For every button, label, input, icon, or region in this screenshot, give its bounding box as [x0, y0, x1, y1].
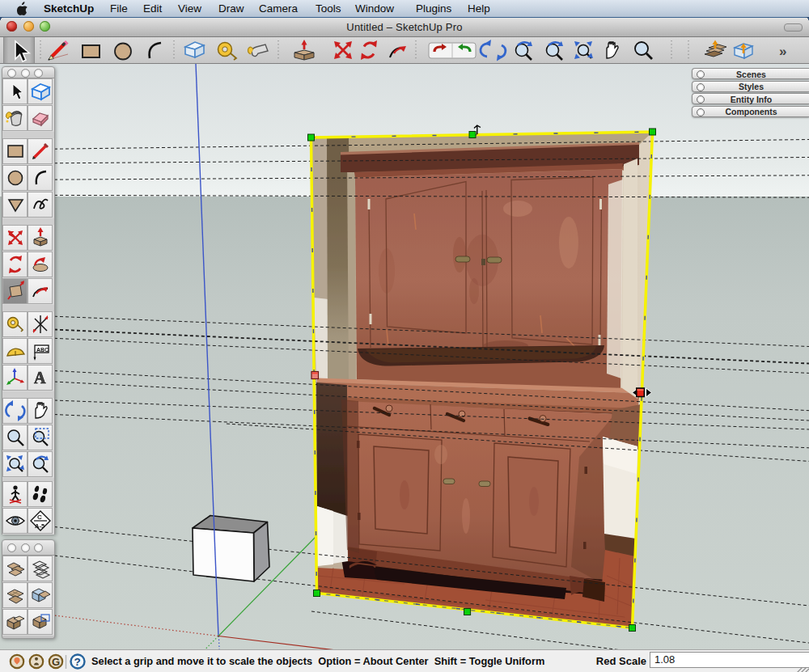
svg-text:ABC: ABC [36, 347, 49, 353]
svg-text:A: A [34, 369, 46, 387]
svg-text:»: » [779, 44, 786, 59]
svg-text:A-5: A-5 [35, 522, 44, 530]
svg-text:C: C [37, 514, 42, 521]
